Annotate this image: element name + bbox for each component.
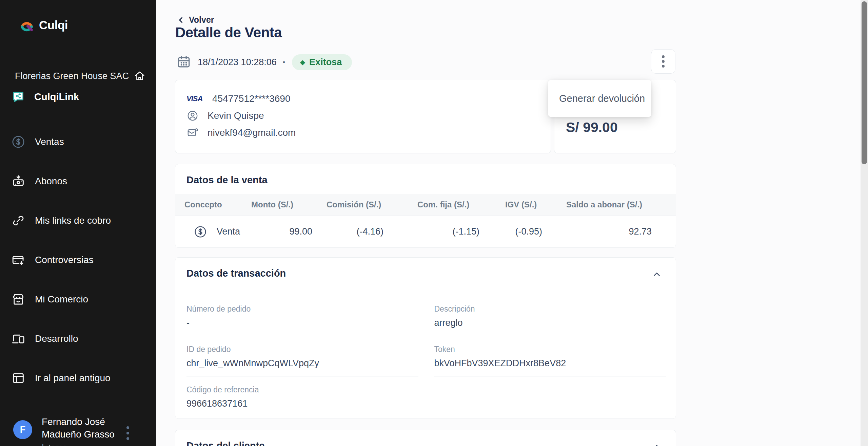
calendar-icon [176,54,192,70]
back-label: Volver [189,15,214,25]
sidebar-item-ventas[interactable]: Ventas [11,132,153,151]
mail-icon [186,127,199,139]
field-value: 996618637161 [186,398,418,409]
menu-item-generar-devolucion[interactable]: Generar devolución [559,93,645,104]
field-value: arreglo [434,318,666,328]
field-value: bkVoHFbV39XEZDDHxr8BeV82 [434,358,666,369]
culqi-logo[interactable]: Culqi [19,18,68,33]
diamond-icon: ◆ [300,59,305,66]
cell-igv: (-0.95) [490,226,552,237]
card-dispute-icon [11,253,25,267]
link-icon [11,213,25,228]
merchant-selector[interactable]: Florerias Green House SAC [15,70,145,82]
sidebar-item-culqilink[interactable]: CulqiLink [11,90,79,104]
chevron-up-icon[interactable] [652,270,662,279]
logo-text: Culqi [39,18,68,32]
field-label: Código de referencia [186,385,418,394]
sidebar: Culqi Florerias Green House SAC CulqiLin… [0,0,156,446]
sidebar-item-label: Controversias [35,255,94,265]
chevron-left-icon [177,16,185,24]
customer-name: Kevin Quispe [208,110,264,121]
store-icon [11,292,25,306]
cell-com-fija: (-1.15) [394,226,490,237]
column-header: Monto (S/.) [251,200,312,209]
field-numero-de-pedido: Número de pedido - [186,296,418,336]
meta-separator: · [283,57,286,68]
dollar-circle-icon [11,135,25,149]
merchant-name: Florerias Green House SAC [15,71,129,81]
scrollbar-track [861,0,868,446]
sidebar-item-links-de-cobro[interactable]: Mis links de cobro [11,211,153,230]
sale-amount: S/ 99.00 [566,119,618,135]
actions-dropdown: Generar devolución [548,80,651,117]
deposit-icon [11,174,25,188]
field-label: Token [434,345,666,354]
card-number: 45477512****3690 [212,93,290,104]
culqilink-icon [11,90,25,104]
column-header: IGV (S/.) [490,200,552,209]
sidebar-item-label: Ventas [35,136,64,147]
column-header: Com. fija (S/.) [394,200,490,209]
sale-meta: 18/1/2023 10:28:06 · ◆ Exitosa [176,54,352,71]
sidebar-item-panel-antiguo[interactable]: Ir al panel antiguo [11,369,153,388]
column-header: Comisión (S/.) [312,200,394,209]
transaction-data-card: Datos de transacción Número de pedido - … [175,257,676,419]
card-number-row: VISA 45477512****3690 [186,90,551,107]
user-role: Interno [42,443,115,446]
sale-data-card: Datos de la venta Concepto Monto (S/.) C… [175,164,676,248]
chevron-up-icon[interactable] [652,442,662,446]
sidebar-item-abonos[interactable]: Abonos [11,172,153,191]
back-link[interactable]: Volver [177,15,214,25]
visa-icon: VISA [186,94,203,103]
user-menu-kebab-icon[interactable] [124,424,131,442]
customer-name-row: Kevin Quispe [186,107,551,124]
user-profile: F Fernando José Madueño Grasso Interno [13,415,149,446]
devices-icon [11,332,25,346]
scrollbar-thumb[interactable] [862,1,867,164]
app-root: Culqi Florerias Green House SAC CulqiLin… [0,0,868,446]
field-label: ID de pedido [186,345,418,354]
section-title-sale: Datos de la venta [186,174,268,186]
sidebar-item-label: Desarrollo [35,333,78,344]
customer-email: nivekf94@gmail.com [208,127,296,138]
sidebar-item-label: Mi Comercio [35,294,88,305]
status-label: Exitosa [309,57,342,68]
sidebar-item-label: CulqiLink [34,91,79,103]
field-id-de-pedido: ID de pedido chr_live_wWnMnwpCqWLVpqZy [186,336,418,376]
avatar: F [13,420,32,439]
sidebar-item-controversias[interactable]: Controversias [11,250,153,270]
transaction-fields: Número de pedido - Descripción arreglo I… [186,296,666,416]
customer-email-row: nivekf94@gmail.com [186,124,551,141]
user-name-line2: Madueño Grasso [42,428,115,441]
column-header: Saldo a abonar (S/.) [552,200,661,209]
page-title: Detalle de Venta [175,24,282,41]
concept-cell: Venta [184,225,251,239]
column-header: Concepto [184,200,251,209]
user-name-line1: Fernando José [42,415,115,428]
cell-comision: (-4.16) [312,226,394,237]
payment-info-card: VISA 45477512****3690 Kevin Quispe nivek… [175,80,551,153]
field-codigo-de-referencia: Código de referencia 996618637161 [186,376,418,416]
concept-label: Venta [217,226,240,237]
person-icon [186,110,199,122]
field-token: Token bkVoHFbV39XEZDDHxr8BeV82 [434,336,666,376]
section-title-transaction: Datos de transacción [186,268,286,279]
cell-monto: 99.00 [251,226,312,237]
actions-kebab-button[interactable] [651,49,675,74]
sidebar-nav: Ventas Abonos Mis links de cobro [11,132,153,408]
sidebar-item-label: Abonos [35,176,67,187]
field-descripcion: Descripción arreglo [434,296,666,336]
sidebar-item-label: Ir al panel antiguo [35,373,111,384]
sidebar-item-label: Mis links de cobro [35,215,111,226]
field-label: Descripción [434,304,666,314]
customer-data-card: Datos del cliente [175,430,676,446]
sidebar-item-desarrollo[interactable]: Desarrollo [11,329,153,348]
status-badge: ◆ Exitosa [292,54,352,70]
field-label: Número de pedido [186,304,418,314]
table-row: Venta 99.00 (-4.16) (-1.15) (-0.95) 92.7… [175,216,676,248]
field-value: chr_live_wWnMnwpCqWLVpqZy [186,358,418,369]
sidebar-item-mi-comercio[interactable]: Mi Comercio [11,290,153,309]
dollar-circle-icon [194,225,207,239]
panel-icon [11,371,25,385]
home-icon [134,70,146,82]
